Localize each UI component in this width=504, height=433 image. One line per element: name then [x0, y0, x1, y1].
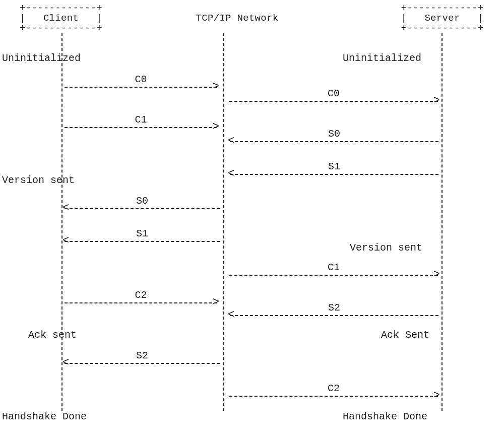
ascii-border: +------------+ — [388, 23, 496, 33]
state-server-handshake-done: Handshake Done — [343, 411, 427, 422]
arrow-s2-network-to-client: S2 < — [65, 363, 220, 364]
message-label: C2 — [229, 383, 438, 394]
arrow-head-icon: < — [228, 308, 234, 321]
arrow-c2-network-to-server: C2 > — [229, 396, 438, 397]
state-client-uninitialized: Uninitialized — [2, 52, 81, 64]
arrow-head-icon: > — [213, 80, 219, 93]
arrow-head-icon: < — [228, 135, 234, 147]
message-label: S2 — [230, 302, 438, 314]
message-label: C1 — [229, 262, 438, 273]
message-label: S1 — [230, 161, 438, 172]
arrow-c0-network-to-server: C0 > — [229, 101, 438, 102]
lifeline-client — [61, 33, 62, 411]
message-label: C0 — [65, 74, 217, 85]
header-network: TCP/IP Network — [183, 3, 291, 33]
state-server-ack-sent: Ack Sent — [381, 329, 429, 341]
lifeline-server — [442, 33, 443, 411]
arrow-head-icon: < — [62, 234, 69, 247]
arrow-head-icon: > — [213, 296, 219, 308]
arrow-s1-network-to-client: S1 < — [65, 241, 220, 242]
ascii-border: | Client | — [7, 13, 115, 23]
message-label: C1 — [65, 114, 217, 126]
message-label: S0 — [230, 128, 438, 140]
ascii-border: +------------+ — [388, 3, 496, 13]
message-label: S1 — [65, 228, 220, 239]
ascii-border: +------------+ — [7, 3, 115, 13]
arrow-c1-client-to-network: C1 > — [65, 127, 217, 128]
message-label: S2 — [65, 350, 220, 361]
header-server: +------------+ | Server | +------------+ — [388, 3, 496, 33]
lifeline-network — [223, 33, 224, 411]
state-server-uninitialized: Uninitialized — [343, 52, 421, 64]
arrow-c1-network-to-server: C1 > — [229, 275, 438, 276]
arrow-c2-client-to-network: C2 > — [65, 302, 217, 303]
arrow-head-icon: < — [62, 356, 69, 369]
state-client-handshake-done: Handshake Done — [2, 411, 87, 422]
message-label: S0 — [65, 195, 220, 207]
arrow-head-icon: < — [228, 167, 234, 180]
state-client-version-sent: Version sent — [2, 174, 75, 186]
arrow-s1-server-to-network: S1 < — [230, 174, 438, 175]
ascii-border: | Server | — [388, 13, 496, 23]
arrow-s0-network-to-client: S0 < — [65, 208, 220, 209]
header-client-label: Client — [43, 13, 79, 24]
header-server-label: Server — [424, 13, 460, 24]
state-client-ack-sent: Ack sent — [28, 329, 77, 341]
arrow-head-icon: > — [433, 268, 440, 281]
arrow-head-icon: > — [433, 389, 440, 402]
arrow-s2-server-to-network: S2 < — [230, 315, 438, 316]
arrow-s0-server-to-network: S0 < — [230, 141, 438, 142]
ascii-border: +------------+ — [7, 23, 115, 33]
arrow-c0-client-to-network: C0 > — [65, 87, 217, 88]
state-server-version-sent: Version sent — [350, 242, 422, 254]
arrow-head-icon: > — [433, 94, 440, 107]
message-label: C0 — [229, 88, 438, 99]
header-network-label: TCP/IP Network — [183, 3, 291, 33]
arrow-head-icon: > — [213, 120, 219, 133]
message-label: C2 — [65, 289, 217, 301]
header-client: +------------+ | Client | +------------+ — [7, 3, 115, 33]
arrow-head-icon: < — [62, 202, 69, 214]
